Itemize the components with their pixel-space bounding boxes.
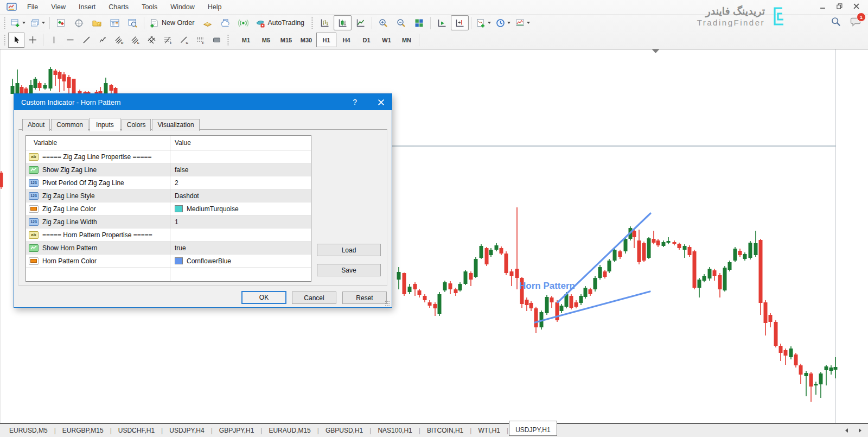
zigzag-tool[interactable] (94, 33, 111, 48)
column-divider[interactable] (170, 136, 170, 281)
crosshair-tool[interactable] (24, 33, 41, 48)
toolbar-grip[interactable] (3, 34, 6, 46)
toolbar-grip[interactable] (311, 17, 314, 29)
navigator-button[interactable] (88, 15, 106, 30)
cursor-tool[interactable] (8, 33, 24, 48)
param-row[interactable]: 123Pivot Period Of Zig Zag Line2 (26, 176, 311, 189)
toolbar-grip[interactable] (227, 34, 229, 46)
param-value-cell[interactable] (170, 150, 311, 163)
grid-lattice-tool[interactable] (143, 33, 159, 48)
chart-bars-button[interactable] (316, 15, 334, 30)
timeframe-w1[interactable]: W1 (376, 33, 397, 47)
chart-candles-button[interactable] (334, 15, 352, 30)
new-chart-button[interactable] (8, 15, 28, 30)
param-value-cell[interactable]: false (170, 163, 311, 176)
chart-tab-eurusd-m5[interactable]: EURUSD,M5 (3, 424, 54, 437)
close-window-button[interactable] (853, 3, 859, 9)
dropdown-arrow-icon[interactable] (488, 22, 491, 24)
chart-line-button[interactable] (352, 15, 369, 30)
channel-e-tool[interactable]: E (127, 33, 143, 48)
dialog-titlebar[interactable]: Custom Indicator - Horn Pattern ? (14, 94, 392, 110)
dialog-resize-grip[interactable] (385, 300, 390, 306)
dropdown-arrow-icon[interactable] (527, 22, 530, 24)
menu-view[interactable]: View (44, 1, 72, 13)
chart-tab-nas100-h1[interactable]: NAS100,H1 (372, 424, 418, 437)
timeframe-m1[interactable]: M1 (236, 33, 256, 47)
strategy-tester-button[interactable] (124, 15, 142, 30)
param-row[interactable]: Horn Pattern ColorCornflowerBlue (26, 255, 311, 268)
chart-tab-gbpusd-h1[interactable]: GBPUSD,H1 (320, 424, 369, 437)
chart-tab-usdchf-h1[interactable]: USDCHF,H1 (112, 424, 161, 437)
templates-button[interactable] (513, 15, 532, 30)
fibo-expansion-tool[interactable]: F (192, 33, 208, 48)
chart-shift-button[interactable] (451, 15, 469, 30)
zoom-in-button[interactable] (374, 15, 392, 30)
reset-button[interactable]: Reset (342, 292, 387, 304)
param-row[interactable]: Zig Zag Line ColorMediumTurquoise (26, 202, 311, 216)
param-value-cell[interactable]: 1 (170, 216, 311, 228)
gann-line-tool[interactable]: G (176, 33, 192, 48)
cancel-button[interactable]: Cancel (292, 292, 336, 304)
load-button[interactable]: Load (317, 244, 381, 256)
chart-tab-eurgbp-m15[interactable]: EURGBP,M15 (56, 424, 110, 437)
menu-window[interactable]: Window (164, 1, 201, 13)
auto-scroll-button[interactable] (433, 15, 451, 30)
minimize-button[interactable] (820, 3, 826, 9)
toolbar-grip[interactable] (3, 17, 6, 29)
timeframe-mn[interactable]: MN (397, 33, 417, 47)
param-row[interactable]: 123Zig Zag Line StyleDashdot (26, 189, 311, 202)
column-header-variable[interactable]: Variable (26, 136, 170, 150)
restore-button[interactable] (837, 3, 843, 9)
timeframe-m30[interactable]: M30 (296, 33, 316, 47)
tile-windows-button[interactable] (410, 15, 428, 30)
periods-button[interactable] (493, 15, 513, 30)
chart-tab-gbpjpy-h1[interactable]: GBPJPY,H1 (213, 424, 260, 437)
dropdown-arrow-icon[interactable] (42, 22, 45, 24)
timeframe-m15[interactable]: M15 (276, 33, 296, 47)
param-value-cell[interactable]: MediumTurquoise (170, 202, 311, 215)
param-row[interactable]: ab===== Zig Zag Line Propertise ===== (26, 150, 311, 163)
chart-tab-euraud-m15[interactable]: EURAUD,M15 (263, 424, 316, 437)
autotrading-button[interactable]: AutoTrading (252, 15, 309, 30)
chart-tab-wti-h1[interactable]: WTI,H1 (472, 424, 506, 437)
dialog-tab-visualization[interactable]: Visualization (152, 119, 199, 131)
chart-tab-usdjpy-h1[interactable]: USDJPY,H1 (509, 421, 557, 436)
param-row[interactable]: ab===== Horn Pattern Propertise ===== (26, 229, 311, 242)
menu-help[interactable]: Help (201, 1, 228, 13)
dialog-tab-inputs[interactable]: Inputs (90, 118, 120, 131)
menu-insert[interactable]: Insert (72, 1, 102, 13)
menu-tools[interactable]: Tools (135, 1, 164, 13)
timeframe-m5[interactable]: M5 (256, 33, 276, 47)
vertical-line-tool[interactable] (46, 33, 62, 48)
dialog-close-button[interactable] (378, 99, 385, 106)
tab-scroll-left-icon[interactable] (844, 428, 848, 433)
param-row[interactable]: Show Horn Patterntrue (26, 242, 311, 255)
notification-badge[interactable]: 1 (857, 12, 866, 22)
tab-scroll-right-icon[interactable] (858, 428, 863, 433)
metaeditor-button[interactable] (199, 15, 216, 30)
label-tool[interactable] (208, 33, 225, 48)
save-button[interactable]: Save (317, 264, 381, 276)
param-value-cell[interactable]: Dashdot (170, 189, 311, 202)
dialog-tab-about[interactable]: About (22, 119, 50, 131)
indicators-button[interactable] (474, 15, 493, 30)
data-window-button[interactable] (70, 15, 88, 30)
signals-button[interactable] (234, 15, 252, 30)
profiles-button[interactable] (28, 15, 47, 30)
param-value-cell[interactable] (170, 229, 311, 241)
market-watch-button[interactable] (52, 15, 70, 30)
param-value-cell[interactable]: true (170, 242, 311, 254)
notifications-icon[interactable]: 1 (850, 16, 861, 27)
chart-tab-bitcoin-h1[interactable]: BITCOIN,H1 (421, 424, 469, 437)
terminal-button[interactable] (106, 15, 124, 30)
zoom-out-button[interactable] (392, 15, 410, 30)
menu-charts[interactable]: Charts (102, 1, 135, 13)
horn-pattern-annotation[interactable]: Horn Pattern (519, 281, 575, 291)
timeframe-d1[interactable]: D1 (356, 33, 376, 47)
dialog-tab-colors[interactable]: Colors (122, 119, 151, 131)
param-value-cell[interactable]: CornflowerBlue (170, 255, 311, 267)
dialog-help-button[interactable]: ? (353, 98, 357, 106)
timeframe-h4[interactable]: H4 (336, 33, 356, 47)
dropdown-arrow-icon[interactable] (22, 22, 25, 24)
new-order-button[interactable]: New Order (146, 15, 199, 30)
